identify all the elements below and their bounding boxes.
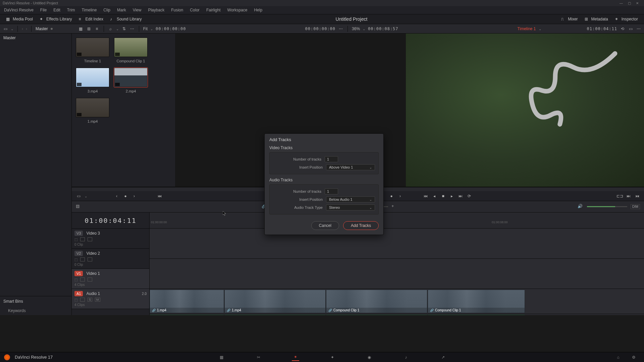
menu-clip[interactable]: Clip <box>101 7 113 13</box>
toggle-media-pool[interactable]: ▦Media Pool <box>3 16 36 22</box>
timeline-clip[interactable]: 🔗Compound Clip 1 <box>428 290 525 313</box>
menu-trim[interactable]: Trim <box>64 7 78 13</box>
track-header-v3[interactable]: V3Video 3 ⬚ 0 Clip <box>72 229 149 249</box>
mute-button[interactable]: M <box>95 298 100 302</box>
clip-thumbnail[interactable]: Compound Clip 1 <box>114 38 148 63</box>
timeline-clip[interactable]: 🔗Compound Clip 1 <box>428 315 525 315</box>
track-header-v1[interactable]: V1Video 1 ⬚ 4 Clips <box>72 269 149 289</box>
track-lanes[interactable]: 01:00:00:00 01:00:04:00 01:00:08:00 🔗1.m… <box>150 213 644 315</box>
timeline-timecode[interactable]: 01:00:04:11 <box>587 26 617 31</box>
home-icon[interactable]: ⌂ <box>614 354 622 361</box>
visibility-icon[interactable] <box>88 278 92 282</box>
timeline-clip[interactable]: 🔗Compound Clip 1 <box>326 315 427 315</box>
video-insert-position-select[interactable]: Above Video 1 <box>326 164 375 170</box>
timeline-clip[interactable]: 🔗1.mp4 <box>150 290 224 313</box>
menu-color[interactable]: Color <box>187 7 202 13</box>
video-track-count-input[interactable]: 1 <box>325 156 338 162</box>
zoom-dropdown[interactable]: 36% <box>352 26 360 31</box>
menu-mark[interactable]: Mark <box>114 7 129 13</box>
toggle-metadata[interactable]: ⊞Metadata <box>581 16 611 22</box>
program-duration[interactable]: 00:00:08:57 <box>368 26 398 31</box>
clip-thumbnail[interactable]: 3.mp4 <box>76 68 109 93</box>
single-viewer-icon[interactable]: ▭ <box>628 26 633 32</box>
fit-dropdown[interactable]: Fit <box>143 26 148 31</box>
visibility-icon[interactable] <box>88 257 92 261</box>
loop-playback-icon[interactable]: ⟳ <box>467 193 472 199</box>
record-icon[interactable]: ● <box>389 193 394 199</box>
minimize-button[interactable]: — <box>617 1 625 5</box>
chevron-down-icon[interactable] <box>11 26 13 31</box>
menu-edit[interactable]: Edit <box>51 7 63 13</box>
next-marker-icon[interactable]: › <box>397 193 403 199</box>
timeline-clip[interactable]: 🔗Compound Clip 1 <box>326 290 427 313</box>
menu-fairlight[interactable]: Fairlight <box>204 7 223 13</box>
list-view-icon[interactable]: ≡ <box>94 26 100 32</box>
speaker-icon[interactable]: 🔊 <box>578 204 584 210</box>
go-in-icon[interactable]: ⏭ <box>626 193 631 199</box>
clip-thumbnail[interactable]: 2.mp4 <box>114 68 148 93</box>
source-mode-icon[interactable]: ▭ <box>76 193 81 199</box>
stop-btn-icon[interactable]: ■ <box>440 193 446 199</box>
next-edit-icon[interactable]: › <box>131 193 137 199</box>
bin-master[interactable]: Master <box>0 34 71 42</box>
menu-file[interactable]: File <box>38 7 49 13</box>
grid-view-icon[interactable]: ⊞ <box>86 26 92 32</box>
first-frame-icon[interactable]: ⏮ <box>157 193 162 199</box>
clip-thumbnail[interactable]: Timeline 1 <box>76 38 109 63</box>
audio-track-count-input[interactable]: 1 <box>325 188 338 194</box>
play-icon[interactable]: ▸ <box>449 193 454 199</box>
stop-icon[interactable]: ● <box>123 193 128 199</box>
toggle-edit-index[interactable]: ≡Edit Index <box>75 16 107 22</box>
menu-workspace[interactable]: Workspace <box>225 7 250 13</box>
source-timecode[interactable]: 00:00:00:00 <box>156 26 186 31</box>
program-viewer[interactable] <box>406 34 644 187</box>
menu-timeline[interactable]: Timeline <box>79 7 99 13</box>
zoom-in-icon[interactable]: + <box>391 204 397 210</box>
solo-button[interactable]: S <box>88 298 92 302</box>
toggle-sound-library[interactable]: ♪Sound Library <box>107 16 145 22</box>
visibility-icon[interactable] <box>88 237 92 241</box>
timeline-clip[interactable]: 🔗1.mp4 <box>150 315 224 315</box>
fusion-page-icon[interactable]: ✦ <box>329 354 336 361</box>
auto-select-icon[interactable] <box>80 237 85 241</box>
loop-icon[interactable]: ⟲ <box>620 26 625 32</box>
go-start-icon[interactable]: ⏮ <box>423 193 428 199</box>
fairlight-page-icon[interactable]: ♪ <box>402 354 410 361</box>
color-page-icon[interactable]: ◉ <box>366 354 373 361</box>
settings-icon[interactable]: ⚙ <box>630 354 637 361</box>
viewer-more-icon[interactable]: ⋯ <box>338 26 343 32</box>
step-fwd-icon[interactable]: ⏭ <box>458 193 463 199</box>
auto-select-icon[interactable] <box>80 257 85 261</box>
go-out-icon[interactable]: ⏮ <box>635 193 640 199</box>
cut-page-icon[interactable]: ✂ <box>255 354 262 361</box>
add-tracks-button[interactable]: Add Tracks <box>343 221 379 230</box>
media-page-icon[interactable]: ▦ <box>218 354 225 361</box>
timeline-clip[interactable]: 🔗1.mp4 <box>224 315 326 315</box>
track-header-a1[interactable]: A1Audio 12.0 ⬚SM 4 Clips <box>72 289 149 309</box>
cancel-button[interactable]: Cancel <box>311 221 339 230</box>
search-icon[interactable]: ⌕ <box>108 26 113 32</box>
program-timecode[interactable]: 00:00:00:00 <box>305 26 335 31</box>
viewer-options-icon[interactable]: ⋯ <box>636 26 641 32</box>
lock-icon[interactable]: ⬚ <box>74 278 77 282</box>
auto-select-icon[interactable] <box>80 278 85 282</box>
lane-v1[interactable]: 🔗1.mp4 🔗1.mp4 🔗Compound Clip 1 🔗Compound… <box>150 289 644 314</box>
lane-v3[interactable] <box>150 229 644 259</box>
match-frame-icon[interactable]: ⊏⊐ <box>617 193 623 199</box>
toggle-effects[interactable]: ✦Effects Library <box>36 16 75 22</box>
toggle-inspector[interactable]: ✶Inspector <box>611 16 641 22</box>
smart-bin-keywords[interactable]: Keywords <box>0 306 71 315</box>
deliver-page-icon[interactable]: ↗ <box>439 354 447 361</box>
dim-button[interactable]: DIM <box>631 204 640 209</box>
bin-view-icon[interactable]: ▭ <box>3 26 8 32</box>
timeline-view-icon[interactable]: ▤ <box>76 204 82 210</box>
volume-slider[interactable] <box>587 206 627 207</box>
step-back-icon[interactable]: ◂ <box>432 193 437 199</box>
sort-icon[interactable]: ⇅ <box>121 26 127 32</box>
close-button[interactable]: ✕ <box>633 1 641 5</box>
smart-bins-header[interactable]: Smart Bins <box>0 296 71 306</box>
timeline-playhead-tc[interactable]: 01:00:04:11 <box>72 213 149 229</box>
timeline-name[interactable]: Timeline 1 <box>518 26 536 31</box>
toggle-mixer[interactable]: ⎍Mixer <box>558 16 581 22</box>
timeline-clip[interactable]: 🔗1.mp4 <box>224 290 326 313</box>
